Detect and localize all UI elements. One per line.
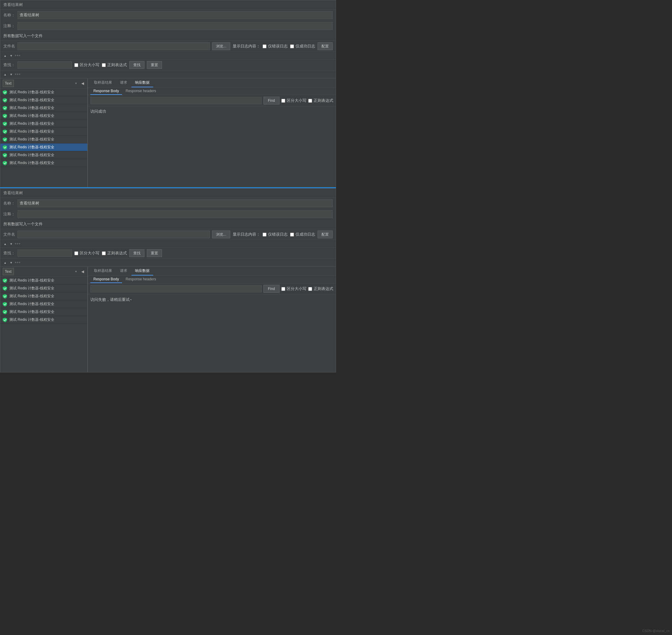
panel1-comment-label: 注释： [3,23,15,29]
panel1-case-checkbox[interactable] [74,63,78,67]
panel1-search-label: 查找： [3,62,15,68]
panel1-success-log-checkbox[interactable] [290,44,294,48]
panel1-reset-btn[interactable]: 重置 [147,61,162,69]
panel1-resp-regex-group[interactable]: 正则表达式 [308,98,333,103]
panel2-success-log-group[interactable]: 仅成功日志 [290,232,315,237]
panel1-subtab-body[interactable]: Response Body [90,88,122,95]
panel2-name-input[interactable] [18,199,333,207]
panel1-file-input[interactable] [18,42,210,50]
panel1-resp-regex-checkbox[interactable] [308,99,312,103]
panel1-success-log-label: 仅成功日志 [296,44,315,49]
panel2-regex-checkbox[interactable] [102,251,106,255]
panel2-regex-group[interactable]: 正则表达式 [102,250,127,256]
panel2-file-input[interactable] [18,231,210,238]
list-item-text: 测试 Redis 计数器-线程安全 [9,105,55,111]
panel2-error-log-checkbox[interactable] [263,233,266,237]
panel2-arrow-up-2[interactable]: ▲ [3,261,7,265]
panel1-tab-response[interactable]: 响应数据 [131,79,153,87]
list-item[interactable]: 测试 Redis 计数器-线程安全 [0,285,87,292]
shield-icon [3,153,7,158]
panel2-case-checkbox[interactable] [74,251,78,255]
panel1-tab-sampler[interactable]: 取样器结果 [90,79,116,87]
list-item[interactable]: 测试 Redis 计数器-线程安全 [0,292,87,300]
panel2-dropdown[interactable]: Text [3,268,14,275]
panel1-success-log-group[interactable]: 仅成功日志 [290,44,315,49]
panel2-success-log-checkbox[interactable] [290,233,294,237]
panel2-response-search-input[interactable] [90,285,262,292]
panel2-arrow-down-1[interactable]: ▼ [9,242,14,246]
panel2-resp-regex-checkbox[interactable] [308,287,312,291]
panel1-error-log-checkbox[interactable] [263,44,266,48]
list-item[interactable]: 测试 Redis 计数器-线程安全 [0,96,87,104]
panel2-resp-case-label: 区分大小写 [287,286,306,291]
panel2-find-btn[interactable]: Find [263,285,280,293]
list-item[interactable]: 测试 Redis 计数器-线程安全 [0,159,87,167]
panel1-left-pane-header: Text ◀ [0,79,87,88]
panel1-search-input[interactable] [18,61,72,69]
panel2-tab-sampler[interactable]: 取样器结果 [90,267,116,276]
panel2-resp-regex-group[interactable]: 正则表达式 [308,286,333,291]
panel2-subtab-headers[interactable]: Response headers [123,276,159,283]
panel2-search-input[interactable] [18,249,72,257]
panel2-subtab-body[interactable]: Response Body [90,276,122,283]
panel1-regex-group[interactable]: 正则表达式 [102,62,127,68]
panel2-browse-btn[interactable]: 浏览... [212,231,230,238]
panel1-pane-toggle[interactable]: ◀ [80,81,85,86]
list-item[interactable]: 测试 Redis 计数器-线程安全 [0,300,87,308]
panel1-comment-input[interactable] [18,22,333,30]
shield-icon [3,302,7,307]
panel2-case-group[interactable]: 区分大小写 [74,250,100,256]
panel2-split-container: Text ◀ 测试 Redis 计数器-线程安全 测试 Redis 计数器-线程… [0,266,336,372]
panel1-resp-case-group[interactable]: 区分大小写 [281,98,306,103]
panel2-comment-input[interactable] [18,210,333,218]
panel2-tab-request[interactable]: 请求 [116,267,131,276]
list-item[interactable]: 测试 Redis 计数器-线程安全 [0,88,87,96]
panel1-file-label: 文件名 [3,44,15,49]
panel2-pane-toggle[interactable]: ◀ [80,269,85,274]
panel1-arrow-up-1[interactable]: ▲ [3,54,7,58]
panel1-regex-checkbox[interactable] [102,63,106,67]
panel2-dots-1: ••• [15,241,21,246]
list-item[interactable]: 测试 Redis 计数器-线程安全 [0,316,87,324]
panel1-find-btn[interactable]: Find [263,97,280,105]
panel1-title: 查看结果树 [3,2,23,7]
panel1-arrow-down-1[interactable]: ▼ [9,54,14,58]
panel2-resp-case-checkbox[interactable] [281,287,285,291]
list-item[interactable]: 测试 Redis 计数器-线程安全 [0,112,87,120]
list-item[interactable]: 测试 Redis 计数器-线程安全 [0,277,87,285]
list-item[interactable]: 测试 Redis 计数器-线程安全 [0,136,87,144]
panel1-arrow-down-2[interactable]: ▼ [9,72,14,76]
panel1-arrow-up-2[interactable]: ▲ [3,72,7,76]
panel1-response-search-input[interactable] [90,97,262,104]
panel1-resp-case-checkbox[interactable] [281,99,285,103]
panel1-name-input[interactable] [18,11,333,19]
panel1-subtab-headers[interactable]: Response headers [123,88,159,95]
list-item[interactable]: 测试 Redis 计数器-线程安全 [0,128,87,136]
panel2-resp-case-group[interactable]: 区分大小写 [281,286,306,291]
panel1-browse-btn[interactable]: 浏览... [212,42,230,50]
panel1-dots-1: ••• [15,53,21,58]
panel1-error-log-group[interactable]: 仅错误日志 [263,44,288,49]
list-item[interactable]: 测试 Redis 计数器-线程安全 [0,144,87,151]
panel1-search-btn[interactable]: 查找 [129,61,145,69]
panel1-config-btn[interactable]: 配置 [318,42,333,50]
shield-icon [3,90,7,95]
panel2-search-btn[interactable]: 查找 [129,249,145,257]
panel2-arrow-down-2[interactable]: ▼ [9,261,14,265]
panel1-tab-request[interactable]: 请求 [116,79,131,87]
panel2-config-btn[interactable]: 配置 [318,231,333,238]
panel2-error-log-group[interactable]: 仅错误日志 [263,232,288,237]
panel1-case-group[interactable]: 区分大小写 [74,62,100,68]
panel1-dropdown[interactable]: Text [3,80,14,87]
panel2-tab-response[interactable]: 响应数据 [131,267,153,276]
panel2-reset-btn[interactable]: 重置 [147,249,162,257]
list-item[interactable]: 测试 Redis 计数器-线程安全 [0,151,87,159]
panel1-left-pane: Text ◀ 测试 Redis 计数器-线程安全 测试 Redis 计数器-线程… [0,79,88,187]
panel2-arrow-up-1[interactable]: ▲ [3,242,7,246]
list-item-text: 测试 Redis 计数器-线程安全 [9,278,55,283]
list-item[interactable]: 测试 Redis 计数器-线程安全 [0,104,87,112]
panel2-response-text: 访问失败，请稍后重试~ [90,297,132,302]
panel2-comment-row: 注释： [0,209,336,220]
list-item[interactable]: 测试 Redis 计数器-线程安全 [0,120,87,128]
list-item[interactable]: 测试 Redis 计数器-线程安全 [0,308,87,316]
